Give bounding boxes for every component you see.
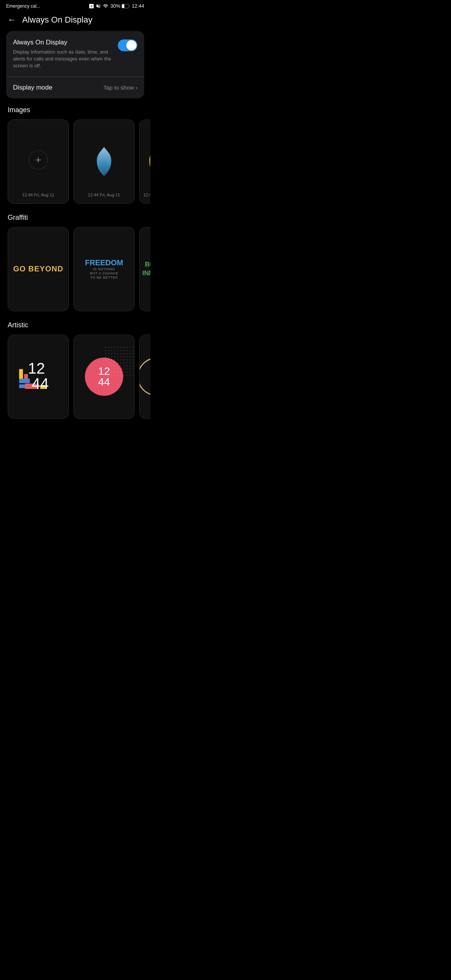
artistic-2-inner: 12 44 <box>74 335 134 418</box>
back-button[interactable]: ← <box>8 15 16 25</box>
artistic-section-label: Artistic <box>0 321 150 335</box>
blocks-clock-card[interactable]: 12 44 <box>8 335 69 419</box>
display-mode-row[interactable]: Display mode Tap to show › <box>13 77 137 98</box>
freedom-sub-text: IS NOTHINGBUT A CHANCETO BE BETTER <box>85 267 123 279</box>
add-card-time: 12:44 Fri, Aug 11 <box>8 193 68 197</box>
header: ← Always On Display <box>0 10 150 31</box>
status-bar: Emergency cal... 30% 12:44 <box>0 0 150 10</box>
feather-blue-card[interactable]: 12:44 Fri, Aug 11 <box>73 119 135 204</box>
status-emergency: Emergency cal... <box>6 3 40 9</box>
freedom-card[interactable]: FREEDOM IS NOTHINGBUT A CHANCETO BE BETT… <box>73 227 135 311</box>
nfc-icon <box>89 3 94 9</box>
go-beyond-card[interactable]: GO BEYOND <box>8 227 69 311</box>
feather-blue-icon <box>94 146 115 177</box>
toggle-knob <box>126 40 137 51</box>
freedom-text: FREEDOM IS NOTHINGBUT A CHANCETO BE BETT… <box>85 258 123 279</box>
status-time: 12:44 <box>132 3 144 9</box>
clock-ring-shape: 12 44 <box>139 358 150 396</box>
graffiti-section-label: Graffiti <box>0 214 150 227</box>
pink-circle-card[interactable]: 12 44 <box>73 335 135 419</box>
aod-card-description: Display information such as date, time, … <box>13 49 113 70</box>
feather-blue-time: 12:44 Fri, Aug 11 <box>74 193 134 197</box>
aod-toggle[interactable] <box>118 39 137 51</box>
battery-icon <box>122 4 130 8</box>
display-mode-label: Display mode <box>13 84 52 91</box>
artistic-3-inner: 12 44 <box>139 358 150 396</box>
pink-circle-min: 44 <box>98 377 110 387</box>
artistic-scroll: 12 44 12 44 12 44 <box>0 335 150 426</box>
display-mode-text: Tap to show <box>103 84 134 91</box>
mute-icon <box>96 3 101 9</box>
add-image-card[interactable]: + 12:44 Fri, Aug 11 <box>8 119 69 204</box>
go-beyond-text: GO BEYOND <box>13 265 63 273</box>
aod-settings-card: Always On Display Display information su… <box>6 31 144 98</box>
display-mode-value: Tap to show › <box>103 84 137 91</box>
svg-rect-1 <box>122 4 124 8</box>
beyond-innovat-text: BEYONINNOVAT <box>142 260 150 277</box>
beyond-innovat-card[interactable]: BEYONINNOVAT <box>139 227 150 311</box>
images-section-label: Images <box>0 106 150 119</box>
images-scroll: + 12:44 Fri, Aug 11 12:44 Fri, Aug 11 <box>0 119 150 211</box>
aod-card-title: Always On Display <box>13 39 113 46</box>
wifi-icon <box>103 3 109 9</box>
feather-gold-time: 12:44 Fri, Aug <box>140 193 150 197</box>
add-circle-icon: + <box>29 150 48 170</box>
chevron-right-icon: › <box>135 85 137 91</box>
feather-gold-icon <box>146 146 151 177</box>
aod-text-block: Always On Display Display information su… <box>13 39 113 70</box>
battery-percent: 30% <box>110 3 120 9</box>
status-right: 30% 12:44 <box>89 3 144 9</box>
aod-toggle-row: Always On Display Display information su… <box>13 39 137 77</box>
ring-clock-card[interactable]: 12 44 <box>139 335 150 419</box>
freedom-main-text: FREEDOM <box>85 258 123 267</box>
feather-gold-card[interactable]: 12:44 Fri, Aug <box>139 119 150 204</box>
page-title: Always On Display <box>22 15 92 25</box>
graffiti-scroll: GO BEYOND FREEDOM IS NOTHINGBUT A CHANCE… <box>0 227 150 319</box>
